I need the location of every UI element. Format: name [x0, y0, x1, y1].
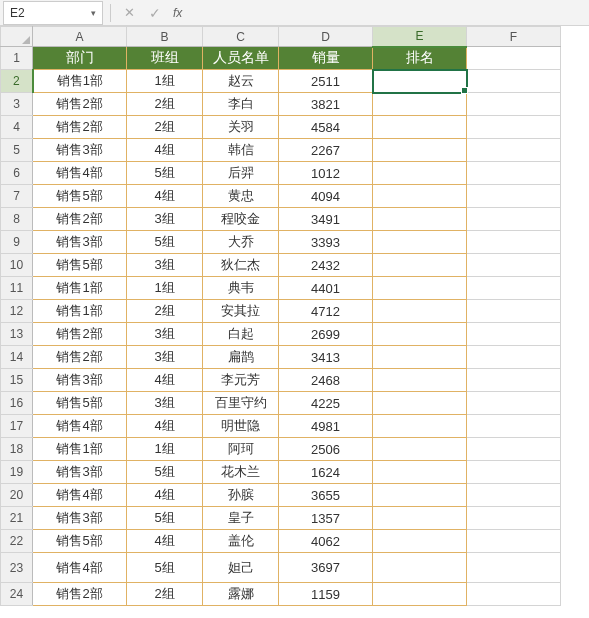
cell-E15[interactable]	[373, 369, 467, 392]
cell-A7[interactable]: 销售5部	[33, 185, 127, 208]
cell-C3[interactable]: 李白	[203, 93, 279, 116]
cell-A17[interactable]: 销售4部	[33, 415, 127, 438]
cell-D9[interactable]: 3393	[279, 231, 373, 254]
cell-B17[interactable]: 4组	[127, 415, 203, 438]
cell-B23[interactable]: 5组	[127, 553, 203, 583]
cell-E22[interactable]	[373, 530, 467, 553]
cell-A6[interactable]: 销售4部	[33, 162, 127, 185]
name-box[interactable]: E2 ▾	[3, 1, 103, 25]
cell-C18[interactable]: 阿珂	[203, 438, 279, 461]
cell-F1[interactable]	[467, 47, 561, 70]
cell-B18[interactable]: 1组	[127, 438, 203, 461]
cell-D24[interactable]: 1159	[279, 583, 373, 606]
row-header[interactable]: 23	[1, 553, 33, 583]
cell-F8[interactable]	[467, 208, 561, 231]
cell-A10[interactable]: 销售5部	[33, 254, 127, 277]
row-header[interactable]: 3	[1, 93, 33, 116]
row-header[interactable]: 1	[1, 47, 33, 70]
cell-D17[interactable]: 4981	[279, 415, 373, 438]
column-header-A[interactable]: A	[33, 27, 127, 47]
cell-D10[interactable]: 2432	[279, 254, 373, 277]
cell-E16[interactable]	[373, 392, 467, 415]
spreadsheet-grid[interactable]: ABCDEF1部门班组人员名单销量排名2销售1部1组赵云25113销售2部2组李…	[0, 26, 561, 606]
fx-icon[interactable]: fx	[173, 6, 182, 20]
row-header[interactable]: 11	[1, 277, 33, 300]
cell-B3[interactable]: 2组	[127, 93, 203, 116]
cell-E6[interactable]	[373, 162, 467, 185]
cell-E21[interactable]	[373, 507, 467, 530]
cell-B15[interactable]: 4组	[127, 369, 203, 392]
cell-D14[interactable]: 3413	[279, 346, 373, 369]
cell-B13[interactable]: 3组	[127, 323, 203, 346]
cell-A2[interactable]: 销售1部	[33, 70, 127, 93]
cell-E4[interactable]	[373, 116, 467, 139]
cell-D20[interactable]: 3655	[279, 484, 373, 507]
column-header-E[interactable]: E	[373, 27, 467, 47]
cell-B10[interactable]: 3组	[127, 254, 203, 277]
row-header[interactable]: 21	[1, 507, 33, 530]
cell-A14[interactable]: 销售2部	[33, 346, 127, 369]
cell-C1[interactable]: 人员名单	[203, 47, 279, 70]
cell-C16[interactable]: 百里守约	[203, 392, 279, 415]
cell-F24[interactable]	[467, 583, 561, 606]
cell-D19[interactable]: 1624	[279, 461, 373, 484]
row-header[interactable]: 17	[1, 415, 33, 438]
cell-B21[interactable]: 5组	[127, 507, 203, 530]
cell-E20[interactable]	[373, 484, 467, 507]
cell-D16[interactable]: 4225	[279, 392, 373, 415]
cell-E24[interactable]	[373, 583, 467, 606]
cell-F21[interactable]	[467, 507, 561, 530]
cell-F12[interactable]	[467, 300, 561, 323]
cell-D8[interactable]: 3491	[279, 208, 373, 231]
cell-F4[interactable]	[467, 116, 561, 139]
cell-C5[interactable]: 韩信	[203, 139, 279, 162]
cell-D7[interactable]: 4094	[279, 185, 373, 208]
cell-C22[interactable]: 盖伦	[203, 530, 279, 553]
row-header[interactable]: 24	[1, 583, 33, 606]
row-header[interactable]: 2	[1, 70, 33, 93]
cell-A22[interactable]: 销售5部	[33, 530, 127, 553]
cell-F13[interactable]	[467, 323, 561, 346]
cell-E8[interactable]	[373, 208, 467, 231]
cell-C17[interactable]: 明世隐	[203, 415, 279, 438]
cell-D2[interactable]: 2511	[279, 70, 373, 93]
column-header-B[interactable]: B	[127, 27, 203, 47]
cell-C20[interactable]: 孙膑	[203, 484, 279, 507]
enter-icon[interactable]: ✓	[149, 5, 161, 21]
cell-C10[interactable]: 狄仁杰	[203, 254, 279, 277]
cell-B16[interactable]: 3组	[127, 392, 203, 415]
cell-F14[interactable]	[467, 346, 561, 369]
row-header[interactable]: 4	[1, 116, 33, 139]
cell-B12[interactable]: 2组	[127, 300, 203, 323]
cell-E2[interactable]	[373, 70, 467, 93]
cell-C2[interactable]: 赵云	[203, 70, 279, 93]
cell-D1[interactable]: 销量	[279, 47, 373, 70]
cell-C23[interactable]: 妲己	[203, 553, 279, 583]
row-header[interactable]: 9	[1, 231, 33, 254]
cell-C19[interactable]: 花木兰	[203, 461, 279, 484]
cell-A16[interactable]: 销售5部	[33, 392, 127, 415]
cell-C6[interactable]: 后羿	[203, 162, 279, 185]
column-header-F[interactable]: F	[467, 27, 561, 47]
cell-A23[interactable]: 销售4部	[33, 553, 127, 583]
cell-F22[interactable]	[467, 530, 561, 553]
cell-E14[interactable]	[373, 346, 467, 369]
chevron-down-icon[interactable]: ▾	[91, 8, 96, 18]
cell-F17[interactable]	[467, 415, 561, 438]
cell-E7[interactable]	[373, 185, 467, 208]
row-header[interactable]: 8	[1, 208, 33, 231]
cell-C11[interactable]: 典韦	[203, 277, 279, 300]
row-header[interactable]: 5	[1, 139, 33, 162]
cell-A1[interactable]: 部门	[33, 47, 127, 70]
cell-B9[interactable]: 5组	[127, 231, 203, 254]
cancel-icon[interactable]: ✕	[121, 5, 137, 21]
row-header[interactable]: 18	[1, 438, 33, 461]
cell-C14[interactable]: 扁鹊	[203, 346, 279, 369]
cell-E19[interactable]	[373, 461, 467, 484]
cell-F19[interactable]	[467, 461, 561, 484]
row-header[interactable]: 7	[1, 185, 33, 208]
cell-A11[interactable]: 销售1部	[33, 277, 127, 300]
cell-B24[interactable]: 2组	[127, 583, 203, 606]
column-header-C[interactable]: C	[203, 27, 279, 47]
cell-F20[interactable]	[467, 484, 561, 507]
